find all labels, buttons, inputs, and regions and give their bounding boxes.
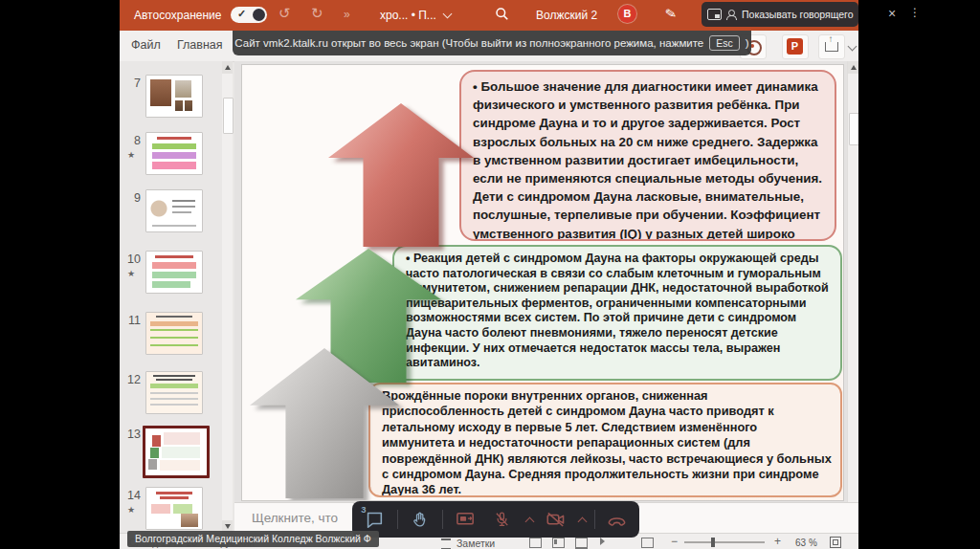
autosave-label: Автосохранение <box>134 9 221 22</box>
account-badge[interactable]: В <box>618 5 636 23</box>
slide-editing-area: • Большое значение для диагностики имеет… <box>234 61 847 502</box>
slide-textbox-immunity[interactable]: • Реакция детей с синдромом Дауна на фак… <box>392 245 842 381</box>
arrow-shape <box>250 348 399 498</box>
slide-thumbnail-selected[interactable] <box>143 426 210 478</box>
fit-slide-to-window-icon[interactable] <box>830 537 841 548</box>
slide-thumbnail[interactable] <box>145 189 203 232</box>
zoom-slider[interactable] <box>684 541 765 543</box>
powerpoint-app-button[interactable]: P <box>782 34 809 59</box>
slide-area-scrollbar[interactable] <box>847 61 858 502</box>
animation-star-icon: ★ <box>127 505 135 515</box>
scroll-up-button[interactable] <box>222 61 233 74</box>
chevron-down-icon <box>442 10 452 19</box>
normal-view-icon[interactable] <box>529 538 542 548</box>
redo-icon[interactable]: ↻ <box>311 5 323 22</box>
esc-key-badge: Esc <box>709 35 740 51</box>
scroll-up-button[interactable] <box>848 61 858 74</box>
chat-bubble-icon <box>364 509 385 530</box>
reading-view-icon[interactable] <box>575 538 588 549</box>
slide-text: Большое значение для диагностики имеет д… <box>473 79 822 241</box>
notes-toggle-icon <box>441 538 451 549</box>
share-button[interactable] <box>818 34 845 59</box>
slide-thumbnail[interactable] <box>145 312 203 355</box>
slide-sorter-view-icon[interactable] <box>552 538 565 548</box>
bullet: • <box>473 79 478 94</box>
comments-icon[interactable] <box>641 538 654 548</box>
slide-textbox-diagnostics[interactable]: • Большое значение для диагностики имеет… <box>459 70 836 241</box>
thumbnails-scrollbar[interactable] <box>222 61 233 533</box>
undo-icon[interactable]: ↺ <box>278 5 291 22</box>
scrollbar-thumb[interactable] <box>849 113 858 145</box>
current-slide[interactable]: • Большое значение для диагностики имеет… <box>242 65 843 500</box>
slide-number: 11 <box>123 314 141 327</box>
close-icon[interactable]: × <box>888 6 896 21</box>
tab-home[interactable]: Главная <box>177 38 223 52</box>
camera-off-button[interactable] <box>541 507 569 532</box>
slide-textbox-defects[interactable]: Врождённые пороки внутренних органов, сн… <box>368 383 842 497</box>
zoom-slider-thumb[interactable] <box>711 538 715 547</box>
arrow-shape <box>328 103 474 247</box>
slide-thumbnail[interactable] <box>145 371 203 414</box>
screen-share-lock-icon <box>455 509 477 531</box>
raise-hand-button[interactable] <box>406 507 434 532</box>
zoom-level[interactable]: 63 % <box>795 538 817 548</box>
triangle-up-icon <box>851 65 857 70</box>
fullscreen-notification-suffix: ) <box>746 37 749 49</box>
camera-off-icon <box>545 509 567 531</box>
microphone-muted-button[interactable] <box>488 507 517 532</box>
zoom-in-button[interactable]: + <box>774 535 781 548</box>
leave-call-button[interactable] <box>603 507 632 532</box>
notes-toggle-button[interactable]: Заметки <box>457 538 495 549</box>
chat-unread-badge: 3 <box>361 504 366 515</box>
animation-star-icon: ★ <box>127 269 135 278</box>
hand-icon <box>410 510 430 530</box>
autosave-toggle[interactable]: ✓ <box>231 7 267 23</box>
slide-number: 7 <box>123 77 141 90</box>
zoom-out-button[interactable]: − <box>671 535 678 548</box>
camera-options-chevron-icon[interactable] <box>578 516 588 526</box>
tab-file[interactable]: Файл <box>131 38 161 52</box>
gray-up-arrow-shape[interactable] <box>250 348 399 498</box>
triangle-down-icon <box>225 524 231 529</box>
slide-thumbnail[interactable] <box>145 132 203 175</box>
meeting-controls-toolbar: 3 <box>352 501 639 538</box>
slide-thumbnail[interactable] <box>145 251 203 294</box>
slide-thumbnail[interactable] <box>145 75 203 118</box>
check-icon: ✓ <box>237 8 246 20</box>
toolbar-divider <box>442 510 443 529</box>
triangle-up-icon <box>225 65 231 70</box>
powerpoint-logo-icon: P <box>787 38 803 55</box>
red-up-arrow-shape[interactable] <box>328 103 474 247</box>
animation-star-icon: ★ <box>127 150 135 160</box>
slide-number: 14 <box>123 489 141 502</box>
slideshow-view-icon[interactable] <box>600 538 605 545</box>
slide-thumbnail[interactable] <box>145 487 203 530</box>
share-icon <box>825 42 838 52</box>
slide-thumbnails-panel: 7 8 ★ 9 10 ★ 11 12 <box>120 61 233 533</box>
share-chevron-icon[interactable] <box>848 42 858 52</box>
pip-window-icon <box>707 9 722 20</box>
microphone-off-icon <box>492 510 512 530</box>
slide-text: Врождённые пороки внутренних органов, сн… <box>382 388 832 496</box>
toolbar-divider <box>594 510 595 529</box>
show-speaker-toggle[interactable]: Показывать говорящего <box>702 2 858 27</box>
more-commands-icon[interactable]: » <box>344 8 350 21</box>
chat-button[interactable]: 3 <box>360 507 389 532</box>
search-icon[interactable] <box>495 7 509 25</box>
show-speaker-label: Показывать говорящего <box>742 9 854 20</box>
document-title[interactable]: хро... • П... <box>380 9 451 22</box>
powerpoint-titlebar: Автосохранение ✓ ↺ ↻ » хро... • П... Вол… <box>120 0 858 31</box>
slide-number: 13 <box>123 428 141 441</box>
document-title-text: хро... • П... <box>380 9 436 22</box>
kebab-menu-icon[interactable]: ⋮ <box>909 6 921 19</box>
microphone-options-chevron-icon[interactable] <box>524 516 534 526</box>
hang-up-phone-icon <box>606 509 628 531</box>
fullscreen-notification: Сайт vmk2.ktalk.ru открыт во весь экран … <box>233 31 751 55</box>
slide-number: 9 <box>123 191 141 205</box>
slide-number: 8 <box>123 134 141 147</box>
scrollbar-thumb[interactable] <box>223 98 234 134</box>
screenshot-canvas: Автосохранение ✓ ↺ ↻ » хро... • П... Вол… <box>0 0 980 549</box>
stop-screen-share-button[interactable] <box>451 507 479 532</box>
toggle-knob <box>253 9 265 21</box>
draw-pen-icon[interactable]: ✎ <box>664 5 678 22</box>
